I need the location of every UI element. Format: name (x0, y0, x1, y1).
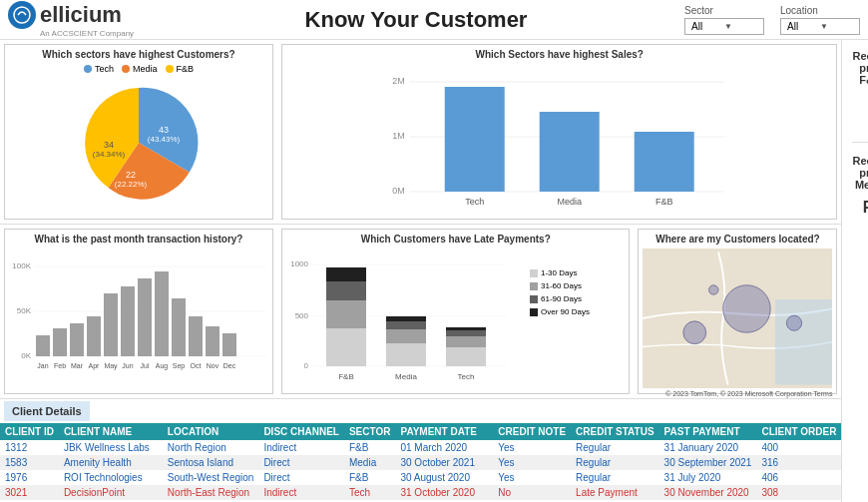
charts-area: Which sectors have highest Customers? Te… (0, 40, 841, 502)
fnb-bar-over90 (326, 267, 366, 281)
col-disc-channel: DISC CHANNEL (258, 423, 344, 440)
main-content: Which sectors have highest Customers? Te… (0, 40, 868, 502)
sector-filter-label: Sector (684, 5, 764, 16)
legend-31-60: 31-60 Days (530, 281, 590, 290)
legend-fnb-label: F&B (177, 64, 195, 74)
trans-bar-jul (138, 278, 152, 356)
fnb-bar-31-60 (326, 300, 366, 328)
client-table: CLIENT ID CLIENT NAME LOCATION DISC CHAN… (0, 423, 841, 502)
logo-text: ellicium (8, 1, 122, 29)
trans-label-sep: Sep (173, 362, 186, 370)
col-past-payment: PAST PAYMENT (659, 423, 757, 440)
late-payment-title: Which Customers have Late Payments? (286, 234, 625, 245)
trans-label-jul: Jul (141, 362, 150, 369)
table-cell: 31 January 2020 (659, 440, 757, 455)
col-client-name: CLIENT NAME (59, 423, 163, 440)
sales-label-media: Media (557, 197, 582, 207)
trans-bar-apr (87, 316, 101, 356)
client-table-body: 1312JBK Wellness LabsNorth RegionIndirec… (0, 440, 841, 502)
legend-media: Media (122, 64, 158, 74)
trans-bar-oct (189, 316, 203, 356)
legend-1-30-dot (530, 269, 538, 277)
legend-tech-label: Tech (95, 64, 114, 74)
page-title: Know Your Customer (148, 7, 684, 33)
table-cell: Indirect (258, 440, 344, 455)
table-cell: Yes (493, 455, 571, 470)
table-cell: Direct (258, 455, 344, 470)
legend-fnb-dot (166, 65, 174, 73)
legend-over-90: Over 90 Days (530, 307, 590, 316)
sectors-pie-title: Which sectors have highest Customers? (9, 49, 268, 60)
sales-y-2m: 2M (392, 76, 405, 86)
table-row: 1312JBK Wellness LabsNorth RegionIndirec… (0, 440, 841, 455)
pie-media-pct: (22.22%) (115, 180, 148, 189)
trans-label-may: May (104, 362, 118, 370)
logo-sub-text: An ACCSCIENT Company (40, 29, 134, 38)
sales-label-tech: Tech (465, 197, 484, 207)
table-cell: Direct (258, 470, 344, 485)
table-row: 3021DecisionPointNorth-East RegionIndire… (0, 485, 841, 500)
transaction-box: What is the past month transaction histo… (4, 229, 273, 394)
location-filter-select[interactable]: All ▼ (780, 18, 860, 35)
col-client-id: CLIENT ID (0, 423, 59, 440)
legend-tech-dot (84, 65, 92, 73)
sales-y-0m: 0M (392, 186, 405, 196)
trans-bar-mar (70, 323, 84, 356)
tech-bar-31-60 (446, 336, 486, 347)
media-rec-label: Recommened product for Media sector (852, 155, 868, 191)
table-cell: 01 March 2020 (395, 440, 493, 455)
pie-tech-value: 43 (159, 125, 169, 135)
pie-tech-pct: (43.43%) (148, 135, 181, 144)
table-cell: Yes (493, 470, 571, 485)
sector-filter-select[interactable]: All ▼ (684, 18, 764, 35)
table-cell: No (493, 485, 571, 500)
table-cell: 31 October 2020 (395, 485, 493, 500)
table-cell: 3021 (0, 485, 59, 500)
mid-row: What is the past month transaction histo… (0, 225, 841, 399)
tech-bar-61-90 (446, 330, 486, 336)
trans-bar-aug (155, 271, 169, 356)
tech-bar-over90 (446, 327, 486, 330)
late-y-500: 500 (295, 311, 309, 320)
location-dropdown-arrow: ▼ (820, 22, 853, 31)
col-location: LOCATION (163, 423, 259, 440)
map-svg (643, 249, 832, 388)
logo-main-text: ellicium (40, 2, 122, 28)
sales-y-1m: 1M (392, 131, 405, 141)
trans-bar-sep (172, 298, 186, 356)
trans-bar-may (104, 293, 118, 356)
media-bar-61-90 (386, 321, 426, 329)
late-y-0: 0 (304, 361, 309, 370)
legend-31-60-label: 31-60 Days (541, 281, 582, 290)
table-cell: Late Payment (571, 485, 659, 500)
late-payment-svg: 1000 500 0 F&B (286, 249, 526, 393)
sales-bar-title: Which Sectors have highest Sales? (286, 49, 832, 60)
trans-bar-nov (206, 326, 219, 356)
table-cell: Yes (493, 440, 571, 455)
late-label-tech: Tech (458, 372, 475, 381)
pie-chart-svg: 43 (43.43%) 22 (22.22%) 34 (34.34%) (69, 78, 209, 208)
table-cell: Regular (571, 455, 659, 470)
legend-media-label: Media (133, 64, 158, 74)
table-cell: JBK Wellness Labs (59, 440, 163, 455)
logo-area: ellicium An ACCSCIENT Company (8, 1, 148, 38)
tech-bar-1-30 (446, 347, 486, 366)
client-details-header: Client Details (4, 401, 90, 421)
sales-bar-media (540, 112, 600, 192)
late-payment-box: Which Customers have Late Payments? 1000… (281, 229, 630, 394)
trans-label-dec: Dec (223, 362, 236, 369)
location-filter-value: All (787, 21, 820, 32)
trans-bar-jun (121, 286, 135, 356)
right-panel: Recommened product for F&B sector Hard-d… (841, 40, 868, 502)
col-payment-date: PAYMENT DATE (395, 423, 493, 440)
rec-divider (852, 142, 868, 143)
table-row: 1976ROI TechnologiesSouth-West RegionDir… (0, 470, 841, 485)
legend-over90-label: Over 90 Days (541, 307, 590, 316)
table-cell: Indirect (258, 485, 344, 500)
legend-61-90: 61-90 Days (530, 294, 590, 303)
table-wrapper: CLIENT ID CLIENT NAME LOCATION DISC CHAN… (0, 423, 841, 502)
fnb-rec-product: Hard-drive (852, 94, 868, 130)
svg-point-0 (14, 7, 30, 23)
media-bar-31-60 (386, 329, 426, 343)
pie-container: 43 (43.43%) 22 (22.22%) 34 (34.34%) (9, 78, 268, 208)
